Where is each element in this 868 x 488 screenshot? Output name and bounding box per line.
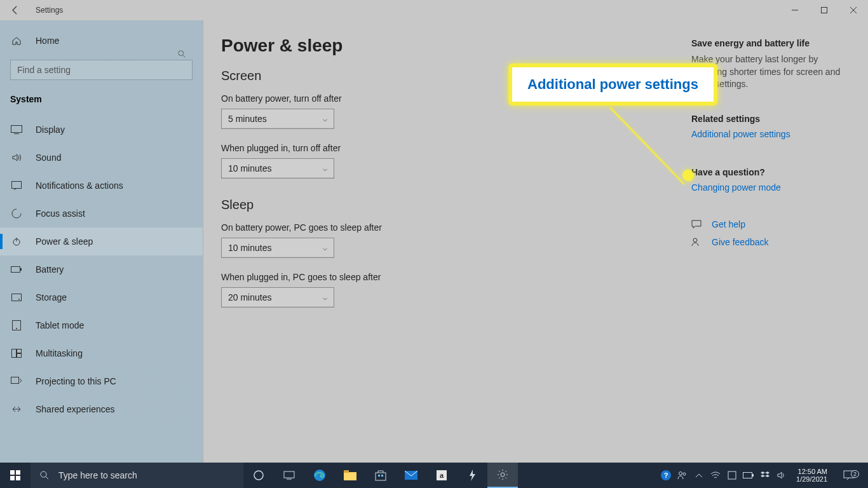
sidebar-item-multitasking[interactable]: Multitasking [0,339,203,367]
svg-rect-19 [16,476,20,480]
notification-badge: 2 [851,470,859,478]
time: 12:50 AM [798,468,827,475]
store-app-icon[interactable] [365,463,396,488]
home-icon [10,36,23,46]
start-button[interactable] [0,463,31,488]
cortana-icon[interactable] [243,463,274,488]
close-icon [850,7,857,13]
question-heading: Have a question? [691,167,850,177]
clock[interactable]: 12:50 AM 1/29/2021 [791,468,832,483]
svg-rect-38 [743,473,752,478]
system-tray: ? 12:50 AM 1/29/2021 2 [659,463,868,488]
sidebar-item-storage[interactable]: Storage [0,283,203,311]
svg-point-35 [679,472,682,475]
nav-label: Focus assist [36,208,85,219]
edge-app-icon[interactable] [304,463,335,488]
nav-label: Multitasking [36,348,83,358]
sidebar-item-display[interactable]: Display [0,116,203,144]
volume-tray-icon[interactable] [775,463,789,488]
svg-rect-11 [12,349,17,358]
nav-label: Sound [36,152,61,163]
close-button[interactable] [839,0,868,20]
amazon-app-icon[interactable]: a [426,463,457,488]
sleep-heading: Sleep [221,198,691,212]
home-nav[interactable]: Home [0,28,203,53]
svg-rect-18 [10,476,15,480]
tablet-icon [10,320,23,330]
dropdown-value: 10 minutes [228,163,271,173]
svg-rect-0 [822,8,827,13]
nav-label: Power & sleep [36,236,93,247]
chevron-down-icon: ⌵ [323,243,327,252]
tray-icon[interactable] [725,463,739,488]
chevron-up-tray-icon[interactable] [692,463,706,488]
back-button[interactable] [0,0,31,20]
maximize-icon [821,7,827,13]
search-input[interactable] [10,60,193,80]
taskbar-search[interactable]: Type here to search [31,463,243,488]
changing-power-mode-link[interactable]: Changing power mode [691,182,850,193]
svg-point-32 [501,473,505,477]
sidebar-item-notifications[interactable]: Notifications & actions [0,172,203,200]
action-center-button[interactable]: 2 [835,470,863,480]
svg-rect-14 [11,377,19,384]
wifi-tray-icon[interactable] [709,463,722,488]
sidebar-item-shared[interactable]: Shared experiences [0,395,203,423]
sidebar-item-projecting[interactable]: Projecting to this PC [0,367,203,395]
maximize-button[interactable] [810,0,839,20]
sidebar-item-power-sleep[interactable]: Power & sleep [0,227,203,255]
search-container [10,60,193,80]
display-icon [10,125,23,134]
nav-label: Display [36,125,65,135]
minimize-icon [792,7,798,13]
svg-point-21 [254,471,263,480]
arrow-left-icon [10,5,20,15]
svg-point-20 [41,471,46,477]
svg-point-36 [683,473,686,475]
titlebar: Settings [0,0,868,20]
sidebar-item-battery[interactable]: Battery [0,255,203,283]
sidebar-item-sound[interactable]: Sound [0,144,203,172]
feedback-icon [691,237,703,247]
svg-rect-25 [344,470,349,473]
svg-rect-17 [16,470,20,475]
energy-heading: Save energy and battery life [691,38,850,48]
sleep-plugged-label: When plugged in, PC goes to sleep after [221,272,691,282]
section-label: System [0,90,203,116]
sidebar-item-tablet[interactable]: Tablet mode [0,311,203,339]
settings-app-icon[interactable] [487,463,518,488]
power-icon [10,236,23,247]
app-icon[interactable] [457,463,487,488]
give-feedback-link[interactable]: Give feedback [712,237,769,247]
minimize-button[interactable] [780,0,810,20]
callout-dot [682,170,694,181]
dropdown-value: 10 minutes [228,243,271,253]
svg-rect-26 [376,473,386,480]
dropbox-tray-icon[interactable] [758,463,772,488]
battery-tray-icon[interactable] [742,463,756,488]
mail-app-icon[interactable] [396,463,426,488]
additional-power-settings-link[interactable]: Additional power settings [691,129,850,139]
chevron-down-icon: ⌵ [323,293,327,302]
people-tray-icon[interactable] [675,463,689,488]
dropdown-value: 5 minutes [228,114,267,124]
nav-label: Storage [36,292,67,302]
screen-battery-dropdown[interactable]: 5 minutes ⌵ [221,109,334,129]
projecting-icon [10,377,23,386]
get-help-link[interactable]: Get help [712,219,745,229]
svg-text:a: a [440,471,444,479]
date: 1/29/2021 [796,475,827,483]
related-heading: Related settings [691,114,850,124]
explorer-app-icon[interactable] [335,463,365,488]
help-tray-icon[interactable]: ? [659,463,673,488]
storage-icon [10,294,23,301]
window-title: Settings [31,6,63,15]
chat-icon [691,219,703,229]
screen-plugged-dropdown[interactable]: 10 minutes ⌵ [221,158,334,179]
svg-rect-13 [17,354,22,358]
sleep-plugged-dropdown[interactable]: 20 minutes ⌵ [221,287,334,308]
chevron-down-icon: ⌵ [323,114,327,123]
task-view-icon[interactable] [274,463,304,488]
sidebar-item-focus[interactable]: Focus assist [0,200,203,227]
sleep-battery-dropdown[interactable]: 10 minutes ⌵ [221,238,334,258]
